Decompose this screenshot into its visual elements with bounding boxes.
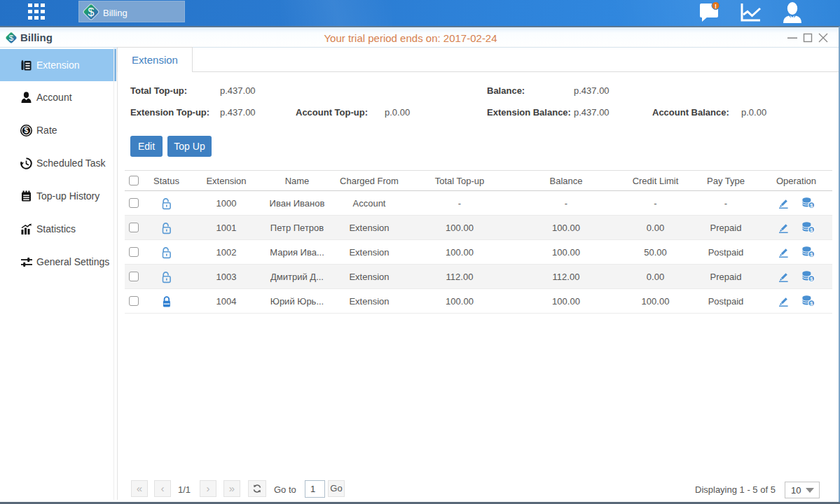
- svg-text:!: !: [715, 3, 717, 10]
- svg-text:$: $: [25, 126, 29, 134]
- svg-text:$: $: [88, 6, 95, 18]
